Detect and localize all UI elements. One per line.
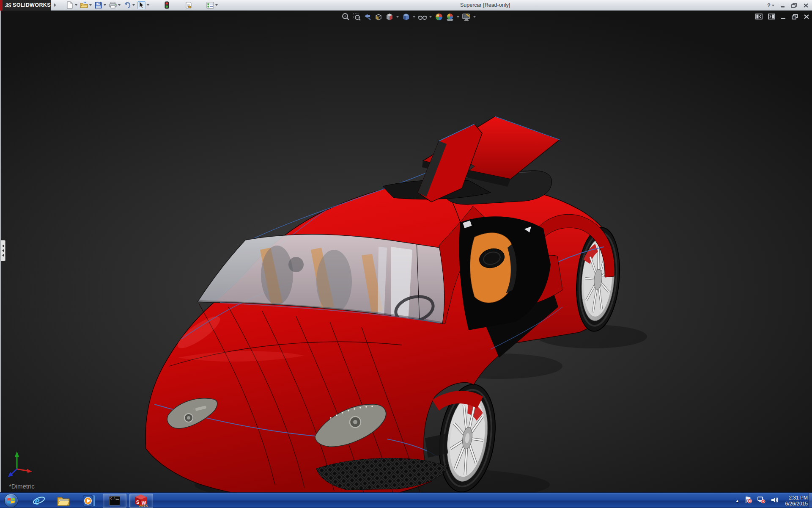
supercar-3d-model[interactable] <box>0 11 812 492</box>
help-icon: ? <box>767 2 771 8</box>
select-button[interactable] <box>137 1 149 9</box>
options-checklist-icon <box>206 1 214 9</box>
open-folder-icon <box>80 1 88 9</box>
new-document-icon <box>66 1 74 9</box>
select-cursor-icon <box>137 1 145 9</box>
file-properties-icon <box>184 1 192 9</box>
title-bar: 3S SOLIDWORKS <box>0 0 812 11</box>
save-button[interactable] <box>94 1 106 9</box>
window-title: Supercar [Read-only] <box>460 0 510 11</box>
open-dropdown-icon[interactable] <box>89 4 92 6</box>
rebuild-button[interactable] <box>163 1 171 9</box>
select-dropdown-icon[interactable] <box>147 4 149 6</box>
solidworks-logo: 3S SOLIDWORKS <box>0 0 51 11</box>
orientation-triad <box>8 451 32 477</box>
dassault-3s-icon: 3S <box>5 2 11 8</box>
quick-access-toolbar <box>66 0 220 11</box>
taskbar-windows-explorer[interactable] <box>57 494 70 508</box>
traffic-light-icon <box>163 1 171 9</box>
windows-taskbar: e C:\ S W 2015 <box>0 492 812 508</box>
command-prompt-icon: C:\ <box>109 496 120 505</box>
printer-icon <box>109 1 117 9</box>
minimize-button[interactable] <box>780 3 785 8</box>
brand-name: SOLIDWORKS <box>13 2 51 8</box>
new-dropdown-icon[interactable] <box>75 4 77 6</box>
menu-expand-icon[interactable] <box>54 3 56 7</box>
help-button[interactable]: ? <box>767 2 774 8</box>
show-desktop-button[interactable] <box>809 493 812 508</box>
restore-button[interactable] <box>791 3 797 8</box>
save-floppy-icon <box>94 1 102 9</box>
taskbar-internet-explorer[interactable]: e <box>32 494 46 508</box>
brake-duct <box>425 434 448 458</box>
tray-clock[interactable]: 2:31 PM 6/26/2015 <box>785 495 808 507</box>
taskbar-solidworks[interactable]: S W 2015 <box>129 494 153 508</box>
undo-arrow-icon <box>123 1 131 9</box>
graphics-viewport[interactable]: *Dimetric <box>0 11 812 492</box>
view-orientation-label: *Dimetric <box>9 483 35 490</box>
options-dropdown-icon[interactable] <box>215 4 218 6</box>
close-button[interactable] <box>803 3 809 8</box>
svg-text:e: e <box>35 494 40 507</box>
solidworks-2015-icon: S W 2015 <box>134 494 148 508</box>
network-status-icon[interactable] <box>757 496 765 505</box>
taskbar-media-player[interactable] <box>83 494 96 508</box>
taskbar-command-prompt[interactable]: C:\ <box>103 494 126 508</box>
new-button[interactable] <box>66 1 77 9</box>
windows-flag-icon <box>7 497 16 505</box>
clock-time: 2:31 PM <box>785 495 808 501</box>
help-dropdown-icon[interactable] <box>772 5 774 6</box>
brand-accent-stripe <box>0 0 3 11</box>
start-button[interactable] <box>4 494 18 508</box>
action-center-icon[interactable] <box>745 496 752 505</box>
window-controls: ? <box>767 0 809 11</box>
show-hidden-icons-button[interactable]: ▲ <box>735 499 739 503</box>
system-tray: ▲ 2:31 PM 6/ <box>735 493 808 508</box>
save-dropdown-icon[interactable] <box>104 4 106 6</box>
print-dropdown-icon[interactable] <box>118 4 121 6</box>
open-button[interactable] <box>80 1 92 9</box>
svg-text:2015: 2015 <box>139 504 148 508</box>
clock-date: 6/26/2015 <box>785 501 808 507</box>
undo-dropdown-icon[interactable] <box>132 4 135 6</box>
volume-icon[interactable] <box>771 497 778 505</box>
undo-button[interactable] <box>123 1 135 9</box>
options-button[interactable] <box>206 1 218 9</box>
file-properties-button[interactable] <box>184 1 192 9</box>
print-button[interactable] <box>109 1 121 9</box>
